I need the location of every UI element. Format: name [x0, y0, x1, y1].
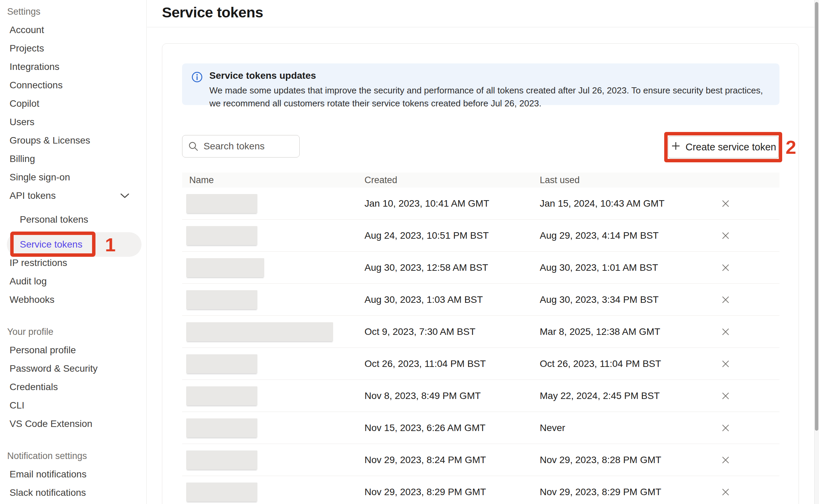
table-row: Nov 15, 2023, 6:26 AM GMT Never [182, 412, 779, 444]
column-header-created: Created [364, 175, 540, 186]
token-name-redacted [186, 226, 257, 245]
token-created-cell: Jan 10, 2023, 10:41 AM GMT [364, 198, 540, 209]
sidebar-item-cli[interactable]: CLI [0, 396, 146, 415]
table-row: Oct 26, 2023, 11:04 PM BST Oct 26, 2023,… [182, 348, 779, 380]
close-icon [721, 424, 730, 432]
token-created-cell: Oct 9, 2023, 7:30 AM BST [364, 326, 540, 337]
sidebar-item-personal-tokens[interactable]: Personal tokens [0, 210, 146, 229]
token-created-cell: Aug 24, 2023, 10:51 PM BST [364, 230, 540, 241]
sidebar-item-personal-profile[interactable]: Personal profile [0, 341, 146, 359]
sidebar-section-notification-settings: Notification settings [0, 447, 146, 465]
sidebar-item-ip-restrictions[interactable]: IP restrictions [0, 254, 146, 272]
sidebar-item-label: Email notifications [10, 469, 87, 480]
sidebar-item-label: VS Code Extension [10, 418, 92, 429]
close-icon [721, 456, 730, 464]
token-created-cell: Aug 30, 2023, 12:58 AM BST [364, 262, 540, 273]
create-service-token-button[interactable]: Create service token [668, 136, 779, 158]
close-icon [721, 296, 730, 304]
sidebar-item-users[interactable]: Users [0, 113, 146, 131]
table-row: Jan 10, 2023, 10:41 AM GMT Jan 15, 2024,… [182, 188, 779, 220]
sidebar-item-billing[interactable]: Billing [0, 150, 146, 168]
sidebar-item-connections[interactable]: Connections [0, 76, 146, 94]
scrollbar-thumb[interactable] [815, 2, 818, 431]
token-name-redacted [186, 418, 257, 438]
sidebar-item-label: IP restrictions [10, 257, 67, 268]
sidebar-item-label: Credentials [10, 382, 58, 392]
sidebar-item-email-notifications[interactable]: Email notifications [0, 465, 146, 484]
sidebar-item-credentials[interactable]: Credentials [0, 378, 146, 396]
create-service-token-label: Create service token [686, 142, 776, 153]
delete-token-button[interactable] [719, 389, 732, 403]
sidebar-item-label: Copilot [10, 98, 39, 109]
sidebar-item-label: Billing [10, 153, 35, 164]
sidebar-item-integrations[interactable]: Integrations [0, 58, 146, 76]
token-name-redacted [186, 290, 257, 309]
sidebar-item-groups-licenses[interactable]: Groups & Licenses [0, 131, 146, 150]
tokens-table: Name Created Last used Jan 10, 2023, 10:… [182, 173, 779, 504]
column-header-name: Name [182, 175, 364, 186]
sidebar-item-label: Personal profile [10, 345, 76, 356]
service-tokens-card: Service tokens updates We made some upda… [162, 43, 799, 504]
token-created-cell: Nov 8, 2023, 8:49 PM GMT [364, 390, 540, 401]
sidebar-item-service-tokens[interactable]: Service tokens1 [7, 232, 142, 257]
token-last-used-cell: Nov 29, 2023, 8:28 PM GMT [540, 455, 779, 465]
delete-token-button[interactable] [719, 421, 732, 435]
token-last-used-cell: Aug 30, 2023, 3:34 PM BST [540, 294, 779, 305]
settings-sidebar: SettingsAccountProjectsIntegrationsConne… [0, 0, 147, 504]
token-created-cell: Nov 15, 2023, 6:26 AM GMT [364, 423, 540, 433]
sidebar-item-slack-notifications[interactable]: Slack notifications [0, 484, 146, 502]
delete-token-button[interactable] [719, 197, 732, 210]
token-created-cell: Nov 29, 2023, 8:24 PM GMT [364, 455, 540, 465]
token-name-redacted [186, 483, 257, 502]
token-last-used-cell: Mar 8, 2025, 12:38 AM GMT [540, 326, 779, 337]
sidebar-item-label: Audit log [10, 276, 47, 287]
sidebar-item-label: CLI [10, 400, 25, 411]
delete-token-button[interactable] [719, 453, 732, 467]
sidebar-item-password-security[interactable]: Password & Security [0, 359, 146, 378]
info-banner: Service tokens updates We made some upda… [182, 63, 779, 105]
close-icon [721, 360, 730, 368]
token-created-cell: Aug 30, 2023, 1:03 AM BST [364, 294, 540, 305]
table-header-row: Name Created Last used [182, 173, 779, 188]
page-title: Service tokens [162, 4, 263, 21]
token-name-redacted [186, 386, 257, 405]
plus-icon [671, 141, 681, 153]
sidebar-item-vs-code-extension[interactable]: VS Code Extension [0, 415, 146, 433]
column-header-last-used: Last used [540, 175, 779, 186]
sidebar-item-single-sign-on[interactable]: Single sign-on [0, 168, 146, 187]
search-tokens-field [182, 135, 300, 158]
sidebar-item-audit-log[interactable]: Audit log [0, 272, 146, 291]
delete-token-button[interactable] [719, 485, 732, 499]
close-icon [721, 199, 730, 208]
sidebar-item-label: Slack notifications [10, 487, 86, 498]
table-row: Aug 30, 2023, 12:58 AM BST Aug 30, 2023,… [182, 252, 779, 284]
close-icon [721, 328, 730, 336]
close-icon [721, 232, 730, 240]
sidebar-item-label: Password & Security [10, 363, 98, 374]
close-icon [721, 264, 730, 272]
sidebar-item-label: Service tokens [20, 239, 83, 250]
token-created-cell: Oct 26, 2023, 11:04 PM BST [364, 358, 540, 369]
banner-title: Service tokens updates [209, 70, 316, 81]
table-row: Aug 24, 2023, 10:51 PM BST Aug 29, 2023,… [182, 220, 779, 252]
search-input[interactable] [182, 135, 300, 158]
sidebar-item-api-tokens[interactable]: API tokens [0, 187, 146, 205]
vertical-scrollbar[interactable] [814, 0, 819, 504]
token-last-used-cell: Nov 29, 2023, 8:29 PM GMT [540, 487, 779, 498]
delete-token-button[interactable] [719, 293, 732, 307]
sidebar-item-label: Groups & Licenses [10, 135, 90, 146]
token-name-redacted [186, 450, 257, 470]
sidebar-item-projects[interactable]: Projects [0, 39, 146, 58]
sidebar-item-webhooks[interactable]: Webhooks [0, 291, 146, 309]
delete-token-button[interactable] [719, 229, 732, 242]
sidebar-item-copilot[interactable]: Copilot [0, 94, 146, 113]
sidebar-section-your-profile: Your profile [0, 323, 146, 341]
annotation-label-2: 2 [786, 132, 806, 162]
sidebar-item-account[interactable]: Account [0, 21, 146, 39]
delete-token-button[interactable] [719, 357, 732, 371]
token-last-used-cell: Oct 26, 2023, 11:04 PM BST [540, 358, 779, 369]
sidebar-item-label: Integrations [10, 61, 59, 72]
delete-token-button[interactable] [719, 325, 732, 339]
delete-token-button[interactable] [719, 261, 732, 275]
table-row: Oct 9, 2023, 7:30 AM BST Mar 8, 2025, 12… [182, 316, 779, 348]
